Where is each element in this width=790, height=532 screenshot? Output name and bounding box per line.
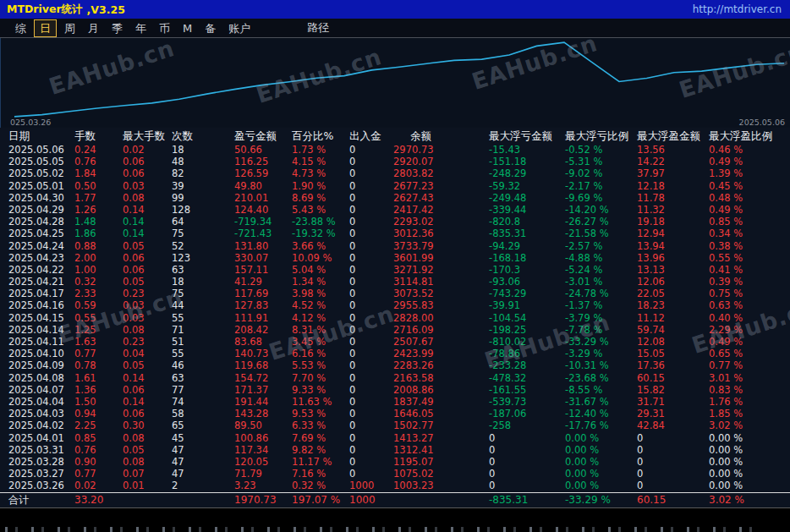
table-cell: 0.32	[74, 276, 123, 288]
table-row[interactable]: 2025.04.100.770.0455140.736.16 %02423.99…	[0, 348, 790, 359]
table-cell: 154.72	[234, 372, 292, 384]
table-cell: -835.31	[489, 493, 565, 507]
table-cell: 0.75 %	[709, 288, 790, 299]
table-cell: 5.43 %	[292, 204, 349, 216]
table-cell: 盈亏金额	[234, 128, 292, 144]
menu-item-9[interactable]: 备	[200, 20, 221, 36]
table-cell: 120.05	[234, 456, 292, 468]
table-cell: 5.04 %	[292, 264, 349, 276]
table-cell: -3.29 %	[565, 348, 637, 359]
table-row[interactable]: 2025.03.270.770.074771.797.16 %01075.020…	[0, 468, 790, 480]
table-row[interactable]: 2025.05.021.840.0682126.594.73 %02803.82…	[0, 167, 790, 179]
table-cell: -31.67 %	[565, 396, 637, 408]
table-row[interactable]: 2025.04.160.590.0344127.834.52 %02955.83…	[0, 299, 790, 311]
menu-item-8[interactable]: M	[178, 20, 197, 36]
table-cell: -170.3	[489, 264, 565, 276]
table-row[interactable]: 2025.04.221.000.0663157.115.04 %03271.92…	[0, 264, 790, 276]
table-cell: 2025.03.27	[8, 468, 74, 480]
table-cell: 1.50	[74, 396, 123, 408]
table-cell: 0.55	[74, 312, 123, 324]
table-row[interactable]: 2025.04.090.780.0546119.685.53 %02283.26…	[0, 359, 790, 371]
table-cell: -8.55 %	[565, 384, 637, 396]
table-cell: 47	[172, 468, 234, 480]
table-row[interactable]: 2025.03.280.900.0847120.0511.17 %01195.0…	[0, 456, 790, 468]
table-cell: 13.96	[637, 252, 709, 264]
table-cell: 2025.04.11	[8, 336, 74, 348]
table-row[interactable]: 2025.04.111.630.235183.683.45 %02507.67-…	[0, 336, 790, 348]
table-cell: 123	[172, 252, 234, 264]
menu-item-7[interactable]: 币	[154, 20, 175, 36]
table-cell: 4.73 %	[292, 167, 349, 179]
table-row[interactable]: 2025.05.010.500.033949.801.90 %02677.23-…	[0, 180, 790, 192]
table-row[interactable]: 2025.04.022.250.306589.506.33 %01502.77-…	[0, 420, 790, 431]
table-cell: 12.94	[637, 228, 709, 239]
table-row[interactable]: 2025.04.071.360.0677171.379.33 %02008.86…	[0, 384, 790, 396]
table-cell: -248.29	[489, 167, 565, 179]
table-cell: -93.06	[489, 276, 565, 288]
table-cell: 0.77	[74, 348, 123, 359]
table-row[interactable]: 2025.04.210.320.051841.291.34 %03114.81-…	[0, 276, 790, 288]
table-cell: 33.20	[74, 493, 123, 507]
table-cell: 126.59	[234, 167, 292, 179]
table-cell: 1003.23	[393, 480, 489, 491]
table-cell: 0	[489, 456, 565, 468]
menu-item-4[interactable]: 月	[83, 20, 104, 36]
menu-item-6[interactable]: 年	[130, 20, 151, 36]
table-cell: 12.06	[637, 276, 709, 288]
table-cell: 0.77 %	[709, 359, 790, 371]
table-cell: 2025.04.28	[8, 216, 74, 228]
table-row[interactable]: 2025.04.010.850.0845100.867.69 %01413.27…	[0, 432, 790, 444]
table-cell: 0.94	[74, 408, 123, 420]
table-cell: 1970.73	[234, 493, 292, 507]
table-cell: 1502.77	[393, 420, 489, 431]
app-url-link[interactable]: http://mtdriver.cn	[693, 3, 782, 15]
path-button[interactable]: 路径	[307, 20, 329, 36]
table-cell: 0	[349, 192, 393, 204]
table-cell: 18	[172, 144, 234, 156]
table-row[interactable]: 2025.03.310.760.0547117.349.82 %01312.41…	[0, 444, 790, 456]
table-cell: -33.29 %	[565, 336, 637, 348]
table-cell: -10.31 %	[565, 359, 637, 371]
table-cell: 1.48	[74, 216, 123, 228]
table-row[interactable]: 2025.04.030.940.0658143.289.53 %01646.05…	[0, 408, 790, 420]
table-cell: 2025.04.24	[8, 240, 74, 252]
table-cell: 合计	[8, 493, 74, 507]
menu-item-2[interactable]: 日	[34, 19, 57, 37]
table-row[interactable]: 2025.04.240.880.0552131.803.66 %03733.79…	[0, 240, 790, 252]
table-cell: 65	[172, 420, 234, 431]
table-row[interactable]: 2025.04.251.860.1475-721.43-19.32 %03012…	[0, 228, 790, 239]
menu-item-1[interactable]: 综	[10, 20, 31, 36]
chart-start-date: 025.03.26	[10, 118, 51, 127]
table-row[interactable]: 2025.04.281.480.1464-719.34-23.88 %02293…	[0, 216, 790, 228]
table-cell: 1195.07	[393, 456, 489, 468]
table-cell: 0.78	[74, 359, 123, 371]
table-row[interactable]: 2025.04.172.330.2375117.693.98 %03073.52…	[0, 288, 790, 299]
table-cell: 83.68	[234, 336, 292, 348]
menu-item-5[interactable]: 季	[107, 20, 128, 36]
table-row[interactable]: 2025.04.232.000.06123330.0710.09 %03601.…	[0, 252, 790, 264]
table-cell: 0.00 %	[709, 444, 790, 456]
menu-item-10[interactable]: 账户	[223, 20, 255, 36]
table-row[interactable]: 2025.05.060.240.021850.661.73 %02970.73-…	[0, 144, 790, 156]
table-cell: 6.16 %	[292, 348, 349, 359]
table-row[interactable]: 2025.04.141.250.0871208.428.31 %02716.09…	[0, 324, 790, 336]
table-row[interactable]: 2025.04.041.500.1474191.4411.63 %01837.4…	[0, 396, 790, 408]
table-row[interactable]: 2025.05.050.760.0648116.254.15 %02920.07…	[0, 156, 790, 167]
table-cell: 99	[172, 192, 234, 204]
table-cell: 1.84	[74, 167, 123, 179]
table-row[interactable]: 2025.04.081.610.1463154.727.70 %02163.58…	[0, 372, 790, 384]
menu-item-3[interactable]: 周	[59, 20, 80, 36]
table-row[interactable]: 2025.04.291.260.14128124.405.43 %02417.4…	[0, 204, 790, 216]
table-row[interactable]: 2025.04.301.770.0899210.018.69 %02627.43…	[0, 192, 790, 204]
table-cell: 0.65 %	[709, 348, 790, 359]
table-cell: 0	[349, 264, 393, 276]
table-row[interactable]: 2025.04.150.550.0355111.914.12 %02828.00…	[0, 312, 790, 324]
table-cell: 0.85	[74, 432, 123, 444]
table-cell: 0.34 %	[709, 228, 790, 239]
table-cell: -17.76 %	[565, 420, 637, 431]
table-row[interactable]: 2025.03.260.020.0123.230.32 %10001003.23…	[0, 480, 790, 491]
table-cell: 100.86	[234, 432, 292, 444]
table-cell: 0	[349, 288, 393, 299]
table-cell: 0	[489, 468, 565, 480]
table-cell: 0	[349, 228, 393, 239]
